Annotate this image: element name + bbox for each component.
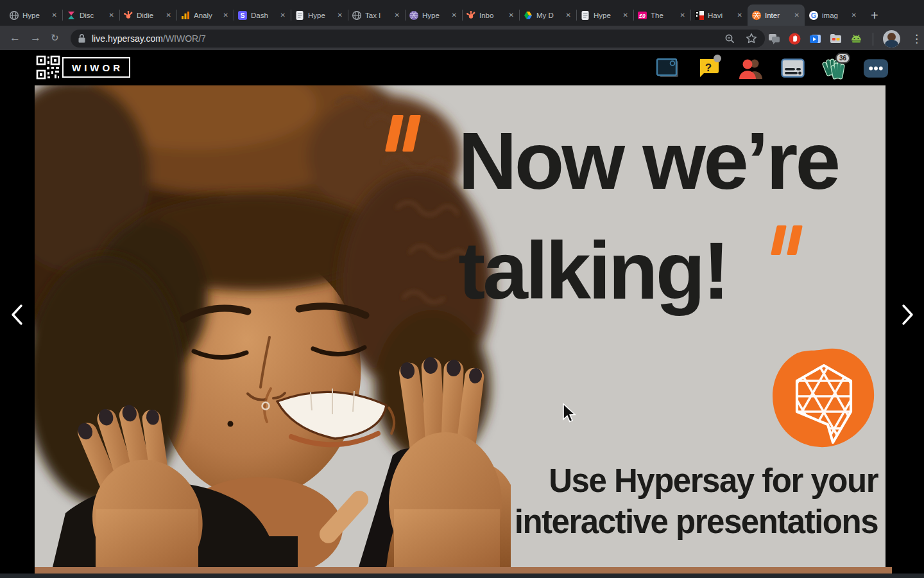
- google-g-icon: G: [809, 10, 819, 21]
- slide-headline: Now we’re talking!: [458, 106, 838, 326]
- bottom-bar: [0, 574, 924, 578]
- tab[interactable]: Didie✕: [119, 4, 176, 26]
- previous-slide-button[interactable]: [8, 303, 25, 326]
- lock-icon: [78, 34, 85, 43]
- svg-text:G: G: [811, 12, 817, 19]
- tab[interactable]: Hype✕: [405, 4, 462, 26]
- qr-code-icon[interactable]: [35, 55, 61, 83]
- profile-avatar[interactable]: [883, 30, 900, 48]
- next-slide-preview-strip[interactable]: [35, 567, 892, 574]
- tab[interactable]: Gimag✕: [805, 4, 862, 26]
- clap-button[interactable]: 36: [822, 55, 846, 82]
- tile-red-icon: [694, 10, 705, 21]
- tab[interactable]: £0The✕: [633, 4, 690, 26]
- presentation-slide: Now we’re talking! Use Hypersay for: [35, 85, 886, 567]
- headline-line-2: talking!: [458, 216, 838, 326]
- zoom-search-icon[interactable]: [724, 33, 735, 44]
- extensions-bar: ⋮: [767, 30, 922, 48]
- tab[interactable]: My D✕: [519, 4, 576, 26]
- svg-text:S: S: [241, 12, 245, 19]
- tab-close-icon[interactable]: ✕: [108, 10, 116, 20]
- open-quote-mark: [389, 115, 417, 152]
- tab-title: Didie: [137, 12, 162, 19]
- tab-close-icon[interactable]: ✕: [279, 10, 287, 20]
- address-bar[interactable]: live.hypersay.com/WIWOR/7: [71, 30, 765, 48]
- pink-badge-icon: £0: [637, 10, 647, 21]
- globe-icon: [9, 10, 19, 21]
- files-extension-icon[interactable]: [829, 32, 843, 46]
- hubspot-icon: [466, 10, 476, 21]
- tab-title: Hype: [422, 12, 447, 19]
- subtitles-button[interactable]: [780, 55, 805, 82]
- stripe-s-icon: S: [237, 10, 248, 21]
- tab-close-icon[interactable]: ✕: [736, 10, 744, 20]
- tab[interactable]: SDash✕: [234, 4, 291, 26]
- tab[interactable]: Analy✕: [176, 4, 234, 26]
- url-host: live.hypersay.com: [92, 33, 163, 44]
- help-button[interactable]: ?: [697, 55, 721, 82]
- tab[interactable]: Hype✕: [5, 4, 62, 26]
- tab-close-icon[interactable]: ✕: [393, 10, 401, 20]
- tab-close-icon[interactable]: ✕: [679, 10, 687, 20]
- new-tab-button[interactable]: +: [871, 9, 878, 22]
- tab-close-icon[interactable]: ✕: [508, 10, 515, 20]
- tab[interactable]: Inbo✕: [462, 4, 519, 26]
- bar-chart-icon: [180, 10, 191, 21]
- tab-active[interactable]: Inter✕: [748, 4, 805, 26]
- tab[interactable]: Hype✕: [291, 4, 348, 26]
- session-code-box: WIWOR: [62, 57, 130, 78]
- hourglass-pink-icon: [66, 10, 76, 21]
- chat-extension-icon[interactable]: [767, 32, 781, 46]
- browser-toolbar: ← → ↻ live.hypersay.com/WIWOR/7: [0, 26, 924, 51]
- cast-extension-icon[interactable]: [809, 32, 822, 46]
- tab-title: Dash: [251, 12, 276, 19]
- tab-close-icon[interactable]: ✕: [565, 10, 572, 20]
- more-options-button[interactable]: [864, 55, 888, 82]
- tab[interactable]: Disc✕: [62, 4, 119, 26]
- tab[interactable]: Hype✕: [576, 4, 633, 26]
- tab-title: Hype: [308, 12, 333, 19]
- slide-cta: Use Hypersay for your interactive presen…: [515, 460, 878, 543]
- tab-close-icon[interactable]: ✕: [51, 10, 58, 20]
- bookmark-star-icon[interactable]: [746, 33, 757, 44]
- gdrive-icon: [523, 10, 533, 21]
- tab-close-icon[interactable]: ✕: [450, 10, 458, 20]
- forward-icon[interactable]: →: [30, 32, 41, 44]
- tab-title: The: [651, 12, 676, 19]
- woman-photo: [35, 85, 511, 567]
- doc-icon: [295, 10, 305, 21]
- present-screen-button[interactable]: [655, 55, 680, 82]
- tab-title: Hype: [22, 12, 47, 19]
- url-path: /WIWOR/7: [163, 33, 206, 44]
- doc-icon: [580, 10, 590, 21]
- tab-title: Tax I: [365, 12, 390, 19]
- tab-close-icon[interactable]: ✕: [165, 10, 173, 20]
- tab-close-icon[interactable]: ✕: [850, 10, 858, 20]
- headline-line-1: Now we’re: [458, 106, 838, 216]
- tab-title: Inter: [765, 12, 790, 19]
- android-extension-icon[interactable]: [850, 32, 863, 46]
- hypersay-header: WIWOR ?: [0, 51, 924, 85]
- tab[interactable]: Tax I✕: [348, 4, 405, 26]
- tab[interactable]: Havi✕: [690, 4, 748, 26]
- tab-close-icon[interactable]: ✕: [222, 10, 230, 20]
- tab-title: Havi: [708, 12, 733, 19]
- browser-menu-icon[interactable]: ⋮: [911, 32, 922, 46]
- reload-icon[interactable]: ↻: [51, 32, 59, 44]
- tab-title: Disc: [80, 12, 105, 19]
- tab-close-icon[interactable]: ✕: [622, 10, 629, 20]
- cta-line-2: interactive presentations: [515, 502, 878, 543]
- next-slide-button[interactable]: [900, 303, 916, 326]
- tab-close-icon[interactable]: ✕: [336, 10, 344, 20]
- tab-title: Analy: [194, 12, 219, 19]
- participants-button[interactable]: [739, 55, 763, 82]
- adblock-extension-icon[interactable]: [788, 32, 801, 46]
- session-code: WIWOR: [72, 62, 123, 73]
- svg-text:?: ?: [705, 62, 712, 74]
- globe-icon: [352, 10, 362, 21]
- tab-close-icon[interactable]: ✕: [793, 10, 801, 20]
- back-icon[interactable]: ←: [10, 32, 21, 44]
- help-notification-dot: [714, 55, 721, 62]
- mouse-cursor: [562, 403, 578, 424]
- tab-title: My D: [536, 12, 561, 19]
